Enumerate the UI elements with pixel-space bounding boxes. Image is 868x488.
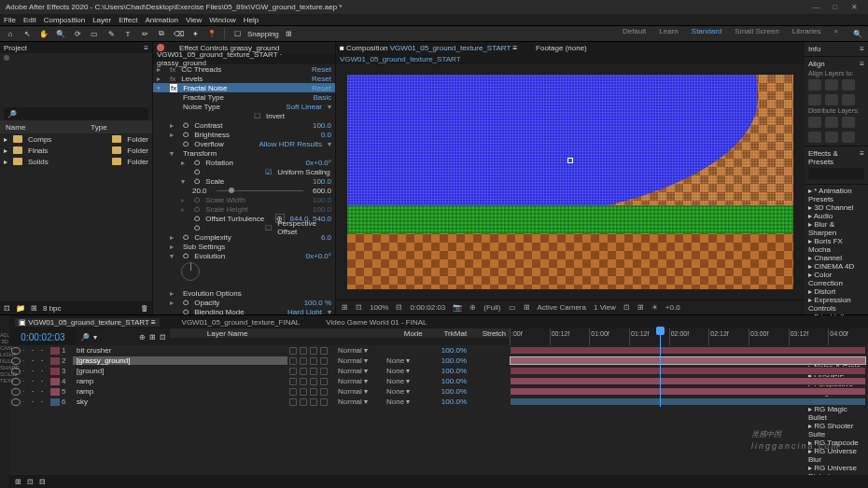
resolution-dropdown[interactable]: (Full) — [483, 303, 500, 312]
grp-evolution-options[interactable]: ▸Evolution Options — [153, 288, 335, 298]
roto-tool-icon[interactable]: ✦ — [189, 27, 202, 40]
strip-button[interactable]: CAM — [0, 345, 9, 351]
slider-scale[interactable]: 20.0600.0 — [153, 186, 335, 195]
evolution-dial[interactable] — [181, 262, 200, 281]
zoom-dropdown[interactable]: 100% — [370, 303, 388, 312]
ep-category[interactable]: ▸ Channel — [808, 254, 864, 262]
layer-bar-track[interactable] — [510, 345, 868, 356]
view-dropdown[interactable]: 1 View — [594, 303, 616, 312]
prop-contrast[interactable]: ▸ÖContrast100.0 — [153, 120, 335, 130]
label-swatch[interactable] — [50, 368, 60, 375]
panel-menu-icon[interactable]: ≡ — [860, 60, 864, 68]
menu-view[interactable]: View — [186, 16, 202, 24]
layer-duration-bar[interactable] — [510, 346, 866, 355]
layer-name[interactable]: [ground] — [73, 367, 287, 375]
stretch-value[interactable]: 100.0% — [426, 397, 467, 406]
camera-dropdown[interactable]: Active Camera — [538, 303, 586, 312]
stretch-value[interactable]: 100.0% — [426, 356, 467, 365]
col-mode[interactable]: Mode — [404, 329, 437, 338]
eraser-tool-icon[interactable]: ⌫ — [172, 27, 185, 40]
solo-icon[interactable]: · — [32, 346, 39, 355]
blend-mode[interactable]: Normal ▾ — [338, 367, 385, 375]
align-bottom-icon[interactable] — [842, 94, 855, 105]
snap-option-icon[interactable]: ⊞ — [283, 27, 296, 40]
exposure-icon[interactable]: ☀ — [651, 303, 658, 312]
layer-row[interactable]: ···3[ground]Normal ▾None ▾100.0% — [9, 366, 868, 376]
switch-icon[interactable] — [310, 357, 317, 365]
footage-tab[interactable]: Footage (none) — [536, 44, 587, 52]
layer-row[interactable]: ···1bit crusherNormal ▾100.0% — [9, 345, 868, 356]
lock-icon[interactable]: · — [22, 356, 30, 365]
switch-icon[interactable] — [300, 378, 307, 385]
project-item[interactable]: ▸ Comps Folder — [0, 133, 152, 145]
layer-bar-track[interactable] — [510, 376, 868, 386]
breadcrumb-link[interactable]: VGW01_05_ground_texture_START — [340, 55, 461, 63]
layer-bar-track[interactable] — [510, 366, 868, 376]
exposure-value[interactable]: +0.0 — [665, 303, 680, 312]
zoom-tool-icon[interactable]: 🔍 — [54, 27, 67, 40]
roi-icon[interactable]: ▭ — [509, 303, 516, 312]
switch-icon[interactable] — [300, 347, 307, 355]
switch-icon[interactable] — [320, 378, 328, 385]
track-matte[interactable]: None ▾ — [386, 356, 424, 365]
lock-icon[interactable]: · — [22, 387, 30, 396]
canvas[interactable] — [347, 75, 793, 289]
prop-invert[interactable]: ☐Invert — [153, 111, 335, 120]
solo-icon[interactable]: · — [32, 367, 39, 375]
prop-overflow[interactable]: ÖOverflowAllow HDR Results▾ — [153, 139, 335, 148]
ep-search[interactable] — [808, 168, 864, 179]
blend-mode[interactable]: Normal ▾ — [338, 356, 385, 365]
bpc-label[interactable]: 8 bpc — [43, 304, 62, 313]
prop-scale-height[interactable]: ▸ÖScale Height100.0 — [153, 204, 335, 214]
track-matte[interactable]: None ▾ — [386, 387, 424, 396]
layer-duration-bar[interactable] — [510, 367, 866, 375]
dist-icon[interactable] — [842, 132, 855, 143]
current-time[interactable]: 0:00:02:03 — [9, 328, 77, 345]
menu-animation[interactable]: Animation — [145, 16, 178, 24]
label-swatch[interactable] — [50, 378, 60, 385]
time-ruler[interactable]: :00f00:12f01:00f01:12f02:00f02:12f03:00f… — [510, 328, 868, 345]
switch-icon[interactable] — [320, 357, 328, 365]
visibility-icon[interactable] — [11, 347, 21, 355]
label-swatch[interactable] — [50, 357, 60, 365]
text-tool-icon[interactable]: T — [121, 27, 134, 40]
fx-fractal-noise[interactable]: ▾fxFractal NoiseReset — [153, 83, 335, 92]
project-item[interactable]: ▸ Finals Folder — [0, 145, 152, 156]
brush-tool-icon[interactable]: ✏ — [138, 27, 151, 40]
layer-bar-track[interactable] — [510, 356, 868, 366]
workspace-small[interactable]: Small Screen — [735, 27, 779, 40]
layer-bar-track[interactable] — [510, 397, 868, 407]
prop-noise-type[interactable]: Noise TypeSoft Linear▾ — [153, 102, 335, 111]
align-tab[interactable]: Align — [808, 60, 825, 68]
layer-duration-bar[interactable] — [510, 397, 866, 406]
col-layer-name[interactable]: Layer Name — [207, 329, 357, 338]
blend-mode[interactable]: Normal ▾ — [338, 346, 385, 355]
channel-icon[interactable]: ⊕ — [469, 303, 476, 312]
prop-scale[interactable]: ▾ÖScale100.0 — [153, 176, 335, 186]
new-comp-icon[interactable]: ⊞ — [31, 304, 37, 313]
hand-tool-icon[interactable]: ✋ — [37, 27, 50, 40]
strip-button[interactable]: NULL — [0, 358, 9, 364]
motion-blur-icon[interactable]: ⊡ — [160, 333, 166, 342]
layer-row[interactable]: ···6skyNormal ▾None ▾100.0% — [9, 397, 868, 407]
lock-col-icon[interactable]: · — [41, 387, 49, 396]
visibility-icon[interactable] — [11, 398, 21, 406]
ep-category[interactable]: ▸ CINEMA 4D — [808, 262, 864, 271]
dist-icon[interactable] — [808, 117, 821, 128]
switch-icon[interactable] — [310, 398, 317, 406]
layer-duration-bar[interactable] — [510, 356, 866, 365]
new-folder-icon[interactable]: 📁 — [16, 304, 25, 313]
panel-menu-icon[interactable]: ≡ — [860, 149, 864, 166]
blend-mode[interactable]: Normal ▾ — [338, 387, 385, 396]
selection-tool-icon[interactable]: ↖ — [21, 27, 34, 40]
switch-icon[interactable] — [289, 378, 297, 385]
prop-brightness[interactable]: ▸ÖBrightness0.0 — [153, 130, 335, 139]
ep-category[interactable]: ▸ Distort — [808, 287, 864, 296]
switch-icon[interactable] — [289, 398, 297, 406]
home-icon[interactable]: ⌂ — [4, 27, 17, 40]
track-matte[interactable]: None ▾ — [386, 367, 424, 375]
timeline-tab[interactable]: Video Game World 01 - FINAL — [322, 318, 430, 327]
ep-category[interactable]: ▸ Blur & Sharpen — [808, 220, 864, 237]
toggle-in-out-icon[interactable]: ⊟ — [39, 478, 46, 486]
grp-transform[interactable]: ▾Transform — [153, 148, 335, 158]
